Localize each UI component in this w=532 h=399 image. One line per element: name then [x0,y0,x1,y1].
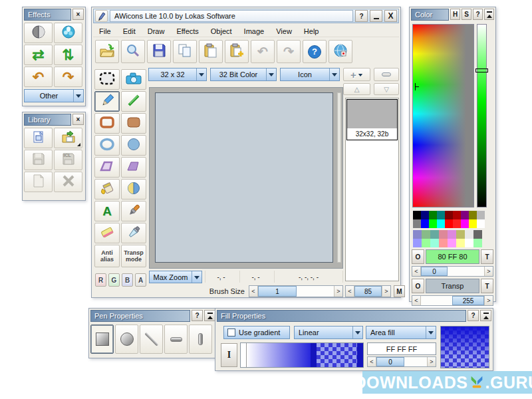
color-swatch[interactable] [413,239,422,247]
color-swatch[interactable] [445,211,453,219]
pencil-tool-button[interactable] [94,91,120,112]
alpha-slider-value[interactable]: 0 [421,267,448,276]
spinner-left-icon[interactable]: < [346,286,354,297]
zoom-dropdown[interactable]: Max Zoom [149,271,202,283]
gradient-stop-mid[interactable] [311,343,317,367]
flip-horizontal-button[interactable]: ⇄ [24,45,53,65]
paste-button[interactable] [199,40,223,63]
color-swatch[interactable] [473,230,482,239]
fill-tool-button[interactable] [94,179,120,200]
color-swatch[interactable] [465,230,473,239]
slider-left-icon[interactable]: < [412,296,421,305]
menu-effects[interactable]: Effects [170,25,204,37]
brightness-slider-thumb[interactable] [475,68,488,72]
rotate-right-button[interactable]: ↷ [54,66,82,87]
other-effects-dropdown[interactable]: Other [24,89,84,102]
library-blank-button[interactable] [24,172,53,192]
color-titlebar[interactable]: Color H S ? [410,7,495,22]
slider-right-icon[interactable]: > [484,267,493,276]
text-color-button[interactable]: T [481,249,493,264]
drawing-canvas[interactable] [155,92,333,263]
mode-button[interactable]: M [394,285,405,297]
color-swatch[interactable] [448,230,456,239]
grayscale-effect-button[interactable] [24,23,53,43]
channel-a-button[interactable]: A [135,273,146,287]
brush-size-slider[interactable]: < 1 > [249,285,343,297]
eraser-tool-button[interactable] [94,223,120,243]
save-button[interactable] [147,40,171,63]
paste-as-new-button[interactable] [225,40,249,63]
pen-slash-button[interactable] [140,325,163,354]
web-button[interactable] [329,40,352,63]
text-tool-button[interactable]: A [94,201,120,221]
outline-color-button[interactable]: O [412,279,424,293]
ellipse-outline-tool-button[interactable] [94,135,120,156]
size-dropdown[interactable]: 32 x 32 [148,68,207,81]
gradient-offset-slider[interactable]: < 0 > [367,356,436,367]
move-up-button[interactable]: △ [343,83,370,95]
transp-mode-toggle[interactable]: Transp mode [121,245,146,267]
color-swatch[interactable] [413,230,422,239]
remove-image-button[interactable] [374,68,399,81]
rectangle-filled-tool-button[interactable] [121,113,146,134]
add-image-button[interactable]: + [343,68,370,81]
menu-view[interactable]: View [270,25,298,37]
color-swatch[interactable] [445,219,453,228]
undo-button[interactable]: ↶ [251,40,275,63]
gradient-type-dropdown[interactable]: Linear [294,326,363,339]
rollup-button[interactable] [204,310,215,321]
fill-mode-dropdown[interactable]: Area fill [366,326,436,339]
spinner-right-icon[interactable]: > [382,286,390,297]
color-hex-field[interactable]: 80 FF 80 [426,249,479,264]
rotate-left-button[interactable]: ↶ [24,66,53,87]
brush-size-value[interactable]: 1 [258,286,297,297]
library-save-button[interactable] [24,150,53,170]
close-window-button[interactable]: X [384,10,397,22]
opacity-slider[interactable]: < 255 > [412,295,493,306]
library-save-icl-button[interactable]: ICL [54,150,82,170]
hue-mode-button[interactable]: H [450,9,460,20]
menu-file[interactable]: File [93,25,117,37]
pen-properties-titlebar[interactable]: Pen Properties ? [89,309,217,323]
select-tool-button[interactable] [94,69,120,90]
invert-gradient-button[interactable]: I [221,343,237,367]
color-swatch[interactable] [422,239,430,247]
text-color-button[interactable]: T [481,279,493,293]
library-titlebar[interactable]: Library × [23,112,85,127]
move-down-button[interactable]: ▽ [374,83,399,95]
flip-vertical-button[interactable]: ⇅ [54,45,82,65]
help-button[interactable]: ? [303,40,327,63]
menu-object[interactable]: Object [205,25,238,37]
alpha-slider[interactable]: < 0 > [412,266,493,277]
gradient-offset-value[interactable]: 0 [376,357,404,366]
color-swatch[interactable] [448,239,456,247]
menu-edit[interactable]: Edit [117,25,142,37]
slider-left-icon[interactable]: < [412,267,421,276]
library-delete-button[interactable] [54,172,82,192]
color-swatch[interactable] [439,239,448,247]
polygon-outline-tool-button[interactable] [94,157,120,178]
opacity-slider-value[interactable]: 255 [452,296,484,305]
effects-titlebar[interactable]: Effects × [23,7,85,22]
help-button[interactable]: ? [473,9,483,20]
polygon-filled-tool-button[interactable] [121,157,146,178]
icon-list-item[interactable]: 32x32, 32b [346,99,398,140]
color-swatch[interactable] [465,239,473,247]
transp-field[interactable]: Transp [426,279,479,293]
help-button[interactable]: ? [192,310,203,321]
help-titlebar-button[interactable]: ? [355,10,368,22]
close-icon[interactable]: × [72,9,84,20]
redo-button[interactable]: ↷ [277,40,301,63]
ellipse-filled-tool-button[interactable] [121,135,146,156]
checkbox-icon[interactable] [227,329,235,336]
hue-saturation-field[interactable] [412,24,474,207]
color-swatch[interactable] [453,219,461,228]
menu-help[interactable]: Help [298,25,325,37]
dropper-tool-button[interactable] [121,223,146,243]
rectangle-outline-tool-button[interactable] [94,113,120,134]
antialias-toggle[interactable]: Anti alias [94,245,120,267]
channel-b-button[interactable]: B [122,273,133,287]
canvas-scrollbar[interactable] [337,92,341,263]
color-swatch[interactable] [437,219,445,228]
color-swatch[interactable] [477,219,485,228]
